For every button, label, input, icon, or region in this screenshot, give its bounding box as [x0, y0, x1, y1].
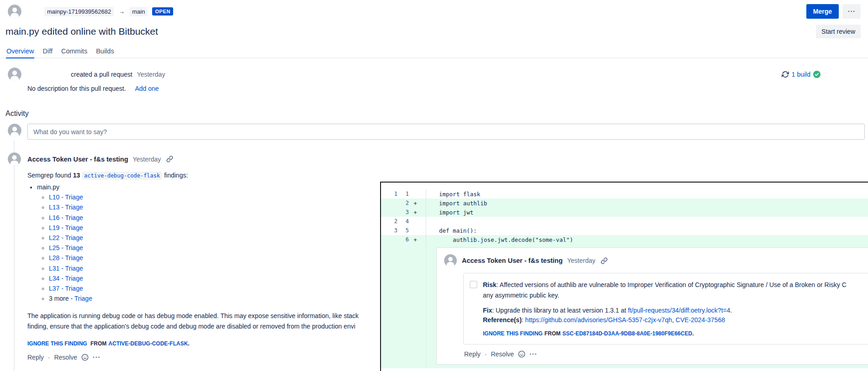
comment-more-icon[interactable]: ··· [529, 350, 537, 358]
permalink-icon[interactable] [601, 257, 608, 264]
code-line-added[interactable]: 3+ import jwt [381, 208, 868, 217]
description-row: No description for this pull request. Ad… [27, 85, 159, 92]
code-line[interactable]: 35 def main(): [381, 226, 868, 235]
finding-link[interactable]: L22 - Triage [49, 234, 83, 241]
avatar [8, 124, 21, 137]
resolve-button[interactable]: Resolve [54, 354, 77, 361]
activity-heading: Activity [5, 110, 29, 118]
ignore-finding-link[interactable]: IGNORE THIS FINDING [27, 340, 87, 347]
finding-link[interactable]: L10 - Triage [49, 193, 83, 201]
comment-more-icon[interactable]: ··· [93, 354, 101, 361]
avatar[interactable] [8, 5, 21, 18]
inline-comment-author[interactable]: Access Token User - f&s testing [462, 257, 563, 264]
new-line-number: 2 [397, 200, 409, 206]
risk-text: Risk: Affected versions of authlib are v… [483, 280, 847, 301]
summary-suffix: findings: [164, 172, 188, 179]
pr-header-row: mainpy-1719939562682 → main OPEN Merge ·… [8, 4, 861, 19]
dot-separator: · [485, 350, 487, 358]
page-title: main.py edited online with Bitbucket [5, 26, 158, 37]
title-row: main.py edited online with Bitbucket Sta… [5, 25, 861, 38]
finding-link[interactable]: L19 - Triage [49, 224, 83, 231]
diff-sign: + [409, 209, 422, 216]
add-description-link[interactable]: Add one [135, 85, 159, 92]
add-reaction-icon[interactable] [81, 354, 89, 361]
comment-author[interactable]: Access Token User - f&s testing [27, 156, 128, 163]
finding-link[interactable]: L28 - Triage [49, 254, 83, 261]
build-success-icon [813, 71, 820, 78]
created-time: Yesterday [137, 71, 165, 78]
no-description-text: No description for this pull request. [27, 85, 126, 92]
code-diff: 11 import flask 2+ import authlib 3+ imp… [381, 183, 868, 244]
code-line-added[interactable]: 2+ import authlib [381, 199, 868, 208]
advisory-link[interactable]: https://github.com/advisories/GHSA-5357-… [525, 316, 672, 324]
finding-checkbox[interactable] [470, 281, 477, 288]
fix-row: Fix: Upgrade this library to at least ve… [483, 307, 868, 314]
finding-link[interactable]: L37 - Triage [49, 285, 83, 292]
new-line-number: 4 [397, 218, 409, 225]
code-line[interactable]: 24 [381, 217, 868, 226]
vulnerability-details-box: Risk: Affected versions of authlib are v… [463, 273, 868, 345]
fix-text: : Upgrade this library to at least versi… [492, 307, 628, 314]
period: . [188, 340, 189, 347]
old-line-number: 3 [381, 227, 397, 234]
source-branch-lozenge[interactable]: mainpy-1719939562682 [44, 7, 114, 16]
risk-line: any asymmetric public key. [483, 290, 847, 301]
ignore-target-link[interactable]: SSC-ED87184D-D3AA-9DB8-8A0E-1980F9E66CED [562, 330, 692, 337]
branch-selector: mainpy-1719939562682 → main OPEN [44, 7, 173, 16]
merge-button[interactable]: Merge [806, 4, 839, 19]
code-line-added[interactable]: 6+ authlib.jose.jwt.decode("some-val") [381, 235, 868, 244]
diff-sign: + [409, 236, 422, 243]
tab-overview[interactable]: Overview [6, 47, 34, 58]
old-line-number: 2 [381, 218, 397, 225]
finding-link[interactable]: L34 - Triage [49, 275, 83, 282]
risk-line: : Affected versions of authlib are vulne… [497, 281, 847, 288]
summary-prefix: Semgrep found [27, 172, 71, 179]
avatar [8, 152, 21, 166]
permalink-icon[interactable] [166, 156, 173, 162]
builds-count-link[interactable]: 1 build [792, 71, 810, 78]
reply-button[interactable]: Reply [27, 354, 44, 361]
start-review-button[interactable]: Start review [816, 25, 861, 38]
references-label: Reference(s) [483, 316, 522, 324]
fix-label: Fix [483, 307, 492, 314]
fix-link[interactable]: ft/pull-requests/34/diff:oetry.lock?t=4 [628, 307, 730, 314]
inline-comment-gutter [381, 244, 426, 368]
created-pr-text: created a pull request [71, 71, 132, 78]
tab-builds[interactable]: Builds [95, 47, 115, 58]
more-findings-link[interactable]: Triage [74, 295, 92, 302]
add-reaction-icon[interactable] [518, 350, 525, 358]
avatar [8, 68, 21, 81]
target-branch-lozenge[interactable]: main [129, 7, 148, 16]
diff-preview-panel: 11 import flask 2+ import authlib 3+ imp… [380, 182, 868, 371]
more-options-button[interactable]: ··· [842, 4, 861, 19]
inline-comment-region: Access Token User - f&s testing Yesterda… [381, 244, 868, 368]
tab-diff[interactable]: Diff [42, 47, 53, 58]
finding-link[interactable]: L16 - Triage [49, 214, 83, 221]
code-content: import authlib [426, 199, 868, 208]
code-line[interactable]: 11 import flask [381, 189, 868, 199]
comma: , [672, 316, 676, 324]
ignore-finding-link[interactable]: IGNORE THIS FINDING [483, 330, 543, 337]
diff-sign: + [409, 200, 422, 207]
period: . [730, 307, 732, 314]
old-line-number: 1 [381, 191, 397, 197]
more-findings-text: 3 more - [49, 295, 74, 302]
code-content [426, 217, 868, 226]
code-content: import flask [426, 189, 868, 199]
reply-button[interactable]: Reply [464, 350, 481, 358]
finding-link[interactable]: L25 - Triage [49, 244, 83, 251]
findings-count: 13 [73, 172, 80, 179]
finding-link[interactable]: L31 - Triage [49, 265, 83, 272]
pr-meta-row: created a pull request Yesterday 1 build [8, 68, 820, 81]
ignore-target-link[interactable]: ACTIVE-DEBUG-CODE-FLASK [108, 340, 188, 347]
avatar [444, 254, 457, 267]
resolve-button[interactable]: Resolve [491, 350, 514, 358]
tab-commits[interactable]: Commits [61, 47, 88, 58]
comment-input[interactable] [27, 124, 865, 140]
risk-label: Risk [483, 281, 497, 288]
comment-header: Access Token User - f&s testing Yesterda… [8, 152, 868, 166]
file-label: main.py [37, 183, 59, 191]
finding-link[interactable]: L13 - Triage [49, 204, 83, 211]
period: . [692, 330, 693, 337]
cve-link[interactable]: CVE-2024-37568 [676, 316, 725, 324]
